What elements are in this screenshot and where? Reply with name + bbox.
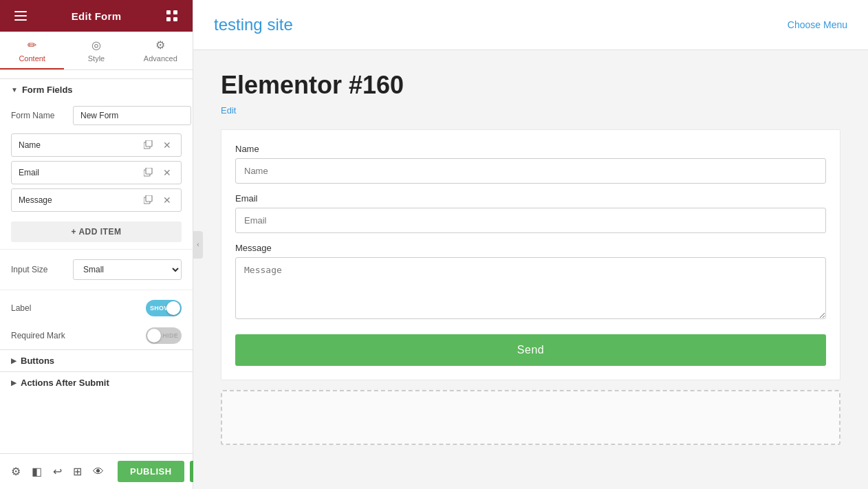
- required-mark-label: Required Mark: [11, 331, 139, 340]
- tab-style[interactable]: ◎ Style: [64, 32, 128, 69]
- svg-rect-2: [14, 19, 27, 21]
- choose-menu-link[interactable]: Choose Menu: [788, 19, 847, 30]
- form-name-input[interactable]: [73, 106, 191, 125]
- field-message-duplicate-button[interactable]: [141, 194, 156, 206]
- form-name-row: Form Name: [0, 100, 193, 131]
- grid-icon[interactable]: [162, 6, 182, 25]
- required-mark-toggle-text: HIDE: [162, 332, 178, 339]
- actions-section-header[interactable]: ▶ Actions After Submit: [0, 372, 193, 393]
- placeholder-zone: [221, 390, 840, 445]
- tab-content-label: Content: [19, 54, 45, 63]
- form-name-group: Name: [235, 144, 826, 184]
- required-mark-toggle[interactable]: HIDE: [146, 327, 182, 344]
- svg-rect-12: [146, 195, 152, 202]
- form-fields-arrow: ▼: [11, 86, 18, 94]
- form-name-field-input[interactable]: [235, 158, 826, 184]
- field-email-duplicate-button[interactable]: [141, 166, 156, 179]
- svg-rect-4: [173, 10, 177, 14]
- tab-advanced-label: Advanced: [144, 54, 177, 63]
- input-size-row: Input Size Small Medium Large: [0, 254, 193, 285]
- publish-button[interactable]: PUBLISH: [118, 461, 184, 482]
- field-item-message: Message ✕: [11, 188, 182, 212]
- form-name-field-label: Name: [235, 144, 826, 154]
- form-message-field-textarea[interactable]: [235, 257, 826, 319]
- collapse-handle[interactable]: ‹: [193, 231, 203, 259]
- panel-title: Edit Form: [72, 10, 122, 22]
- add-item-label: + ADD ITEM: [72, 227, 122, 237]
- svg-rect-8: [146, 140, 152, 146]
- form-fields-section: ▼ Form Fields Form Name Name: [0, 78, 193, 349]
- svg-rect-10: [146, 168, 152, 174]
- svg-rect-5: [166, 17, 171, 21]
- style-icon: ◎: [91, 39, 101, 52]
- svg-rect-6: [173, 17, 177, 21]
- form-fields-header[interactable]: ▼ Form Fields: [0, 79, 193, 100]
- label-toggle-row: Label SHOW: [0, 294, 193, 322]
- form-fields-label: Form Fields: [22, 85, 73, 95]
- tab-style-label: Style: [88, 54, 105, 63]
- form-send-button[interactable]: Send: [235, 334, 826, 366]
- form-message-group: Message: [235, 243, 826, 322]
- canvas-area: Elementor #160 Edit Name Email Message S…: [193, 50, 868, 489]
- field-email-delete-button[interactable]: ✕: [160, 166, 174, 180]
- right-panel: testing site Choose Menu Elementor #160 …: [193, 0, 868, 489]
- panel-header: Edit Form: [0, 0, 193, 32]
- actions-section: ▶ Actions After Submit: [0, 371, 193, 393]
- layers-icon-button[interactable]: ◧: [29, 462, 45, 481]
- buttons-arrow: ▶: [11, 357, 17, 365]
- label-toggle[interactable]: SHOW: [146, 300, 182, 316]
- buttons-section: ▶ Buttons: [0, 349, 193, 371]
- field-list: Name ✕ Email ✕: [0, 131, 193, 215]
- buttons-section-header[interactable]: ▶ Buttons: [0, 350, 193, 371]
- site-title: testing site: [214, 15, 293, 34]
- form-email-field-label: Email: [235, 193, 826, 204]
- actions-label: Actions After Submit: [21, 378, 109, 388]
- form-message-field-label: Message: [235, 243, 826, 253]
- advanced-icon: ⚙: [155, 39, 165, 52]
- input-size-select[interactable]: Small Medium Large: [73, 259, 182, 280]
- form-name-label: Form Name: [11, 111, 66, 120]
- form-email-field-input[interactable]: [235, 208, 826, 233]
- svg-rect-1: [14, 15, 27, 17]
- history-icon-button[interactable]: ↩: [50, 462, 65, 481]
- hamburger-icon[interactable]: [11, 6, 30, 25]
- svg-rect-0: [14, 11, 27, 12]
- edit-link[interactable]: Edit: [221, 105, 236, 116]
- tab-advanced[interactable]: ⚙ Advanced: [129, 32, 193, 69]
- panel-tabs: ✏ Content ◎ Style ⚙ Advanced: [0, 32, 193, 70]
- field-name-duplicate-button[interactable]: [141, 139, 156, 151]
- field-name-delete-button[interactable]: ✕: [160, 138, 174, 152]
- required-mark-toggle-row: Required Mark HIDE: [0, 322, 193, 349]
- field-message-label: Message: [19, 195, 137, 205]
- form-widget: Name Email Message Send: [221, 129, 840, 380]
- field-message-delete-button[interactable]: ✕: [160, 193, 174, 207]
- panel-footer: ⚙ ◧ ↩ ⊞ 👁 PUBLISH ▲: [0, 453, 193, 489]
- field-name-label: Name: [19, 140, 137, 150]
- actions-arrow: ▶: [11, 379, 17, 387]
- navigator-icon-button[interactable]: ⊞: [70, 462, 85, 481]
- form-email-group: Email: [235, 193, 826, 233]
- settings-icon-button[interactable]: ⚙: [8, 462, 23, 481]
- content-icon: ✏: [28, 39, 36, 52]
- field-item-name: Name ✕: [11, 133, 182, 157]
- left-panel: Edit Form ✏ Content ◎ Style ⚙: [0, 0, 193, 489]
- input-size-label: Input Size: [11, 265, 66, 274]
- add-item-button[interactable]: + ADD ITEM: [11, 221, 182, 242]
- field-email-label: Email: [19, 168, 137, 177]
- preview-icon-button[interactable]: 👁: [90, 463, 107, 481]
- buttons-label: Buttons: [21, 356, 54, 366]
- svg-rect-3: [166, 10, 171, 14]
- label-toggle-label: Label: [11, 303, 139, 313]
- field-item-email: Email ✕: [11, 161, 182, 184]
- tab-content[interactable]: ✏ Content: [0, 32, 64, 69]
- page-title: Elementor #160: [221, 71, 840, 100]
- top-bar: testing site Choose Menu: [193, 0, 868, 50]
- panel-body: ▼ Form Fields Form Name Name: [0, 70, 193, 453]
